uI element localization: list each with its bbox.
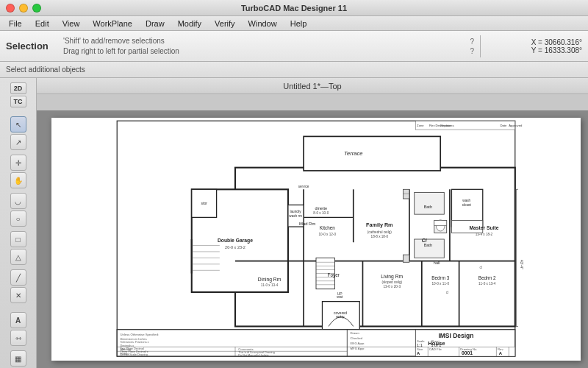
- menu-file[interactable]: File: [3, 17, 28, 30]
- secondary-toolbar: Select additional objects: [0, 62, 588, 78]
- svg-rect-10: [304, 136, 440, 171]
- svg-text:Rev: Rev: [429, 124, 435, 127]
- mode-buttons: 2D TC: [0, 81, 36, 109]
- menu-help[interactable]: Help: [284, 17, 313, 30]
- dimension-tool[interactable]: ⇿: [10, 330, 26, 346]
- svg-text:Material: Material: [120, 347, 131, 351]
- svg-rect-45: [434, 221, 447, 226]
- svg-text:11-0 x 13-4: 11-0 x 13-4: [261, 283, 279, 287]
- svg-text:Mud Rm: Mud Rm: [299, 222, 315, 226]
- menu-verify[interactable]: Verify: [209, 17, 241, 30]
- svg-text:11-0 x 13-4: 11-0 x 13-4: [478, 282, 496, 286]
- floor-plan-svg: Revisions Zone Rev Description Date Appr…: [51, 118, 581, 361]
- svg-text:Family Rm: Family Rm: [366, 222, 392, 228]
- svg-text:20-0 x 23-2: 20-0 x 23-2: [225, 245, 245, 250]
- svg-text:A: A: [417, 351, 420, 355]
- svg-text:0001: 0001: [462, 350, 473, 355]
- key-hint-2: ?: [470, 47, 474, 55]
- key-hint-1: ?: [470, 38, 474, 46]
- text-tool[interactable]: A: [10, 312, 26, 328]
- svg-text:10-0 x 12-0: 10-0 x 12-0: [318, 233, 336, 236]
- coord-y: Y = 16333.308°: [487, 46, 582, 54]
- svg-text:Foyer: Foyer: [328, 272, 340, 278]
- main-toolbar: Selection 'Shift' to add/remove selectio…: [0, 31, 588, 62]
- menu-bar: File Edit View WorkPlane Draw Modify Ver…: [0, 16, 588, 31]
- svg-text:vest: vest: [337, 295, 343, 299]
- window-controls[interactable]: [6, 4, 41, 13]
- svg-text:Drawn: Drawn: [351, 331, 360, 335]
- svg-text:1:1: 1:1: [417, 343, 423, 347]
- 2d-mode-button[interactable]: 2D: [10, 82, 26, 94]
- select-plus-tool[interactable]: ↗: [10, 134, 26, 150]
- poly-tool[interactable]: △: [10, 249, 26, 265]
- svg-text:18-8 x 18-0: 18-8 x 18-0: [371, 235, 389, 238]
- menu-view[interactable]: View: [57, 17, 86, 30]
- menu-window[interactable]: Window: [243, 17, 283, 30]
- svg-text:Bath: Bath: [424, 243, 432, 247]
- svg-rect-42: [415, 193, 445, 215]
- svg-text:43'-4": 43'-4": [520, 260, 524, 269]
- svg-text:10-0 x 11-0: 10-0 x 11-0: [431, 282, 449, 286]
- drawing-paper: Revisions Zone Rev Description Date Appr…: [51, 118, 581, 361]
- svg-text:Checked: Checked: [351, 336, 363, 340]
- minimize-button[interactable]: [19, 4, 28, 13]
- svg-text:13-0 x 20-3: 13-0 x 20-3: [383, 285, 401, 289]
- svg-text:service: service: [298, 185, 309, 188]
- svg-text:Bath: Bath: [424, 205, 432, 209]
- svg-text:Bedrm 3: Bedrm 3: [431, 275, 449, 280]
- svg-rect-53: [403, 255, 409, 262]
- svg-text:wash rm: wash rm: [289, 214, 302, 218]
- selection-tools: ↖ ↗: [0, 115, 36, 152]
- svg-text:Master Suite: Master Suite: [469, 225, 498, 230]
- svg-text:entry: entry: [336, 314, 345, 319]
- text-tools: A ⇿: [0, 311, 36, 347]
- svg-text:ENG Appr.: ENG Appr.: [351, 342, 365, 345]
- maximize-button[interactable]: [32, 4, 41, 13]
- select-tool[interactable]: ↖: [10, 116, 26, 132]
- hatch-tool[interactable]: ▦: [10, 350, 26, 367]
- tool-selection-label: Selection: [6, 40, 57, 52]
- coord-x: X = 30660.316°: [487, 38, 582, 46]
- svg-text:Living Rm: Living Rm: [381, 274, 403, 280]
- title-bar: TurboCAD Mac Designer 11: [0, 0, 588, 16]
- draw-tools-2: ◡ ○: [0, 191, 36, 228]
- tc-mode-button[interactable]: TC: [10, 96, 26, 107]
- tab-bar: Untitled 1*—Top: [37, 78, 588, 94]
- menu-draw[interactable]: Draw: [140, 17, 171, 30]
- svg-text:Do Not Manually Update: Do Not Manually Update: [238, 354, 268, 357]
- circle-tool[interactable]: ○: [10, 210, 26, 227]
- close-button[interactable]: [6, 4, 15, 13]
- cross-tool[interactable]: ✕: [10, 287, 26, 303]
- svg-text:Comments: Comments: [238, 347, 253, 351]
- select-additional-label: Select additional objects: [6, 66, 85, 74]
- svg-text:Ci: Ci: [422, 238, 427, 243]
- svg-text:A: A: [499, 351, 503, 355]
- svg-text:Finish: Finish: [120, 352, 129, 355]
- svg-text:(sloped ceilg): (sloped ceilg): [381, 280, 402, 284]
- svg-rect-46: [415, 239, 445, 258]
- svg-text:laundry: laundry: [290, 210, 301, 213]
- left-toolbar: 2D TC ↖ ↗ ✛ ✋ ◡ ○ □ △ ╱ ✕ A ⇿ ▦: [0, 78, 37, 368]
- app-title: TurboCAD Mac Designer 11: [241, 4, 347, 13]
- menu-modify[interactable]: Modify: [172, 17, 207, 30]
- menu-edit[interactable]: Edit: [29, 17, 55, 30]
- svg-text:Approved: Approved: [509, 124, 523, 127]
- svg-text:cl: cl: [446, 291, 448, 294]
- toolbar-divider: [480, 35, 481, 57]
- rect-tool[interactable]: □: [10, 231, 26, 247]
- svg-text:stor: stor: [201, 201, 207, 205]
- hatch-tools: ▦ ▥: [0, 349, 36, 368]
- svg-text:closet: closet: [462, 203, 472, 207]
- hand-drag-tool[interactable]: ✋: [10, 172, 26, 188]
- canvas-area[interactable]: Revisions Zone Rev Description Date Appr…: [37, 110, 588, 368]
- svg-text:Terrace: Terrace: [344, 150, 363, 157]
- line-tool[interactable]: ╱: [10, 269, 26, 286]
- svg-rect-51: [403, 189, 409, 199]
- svg-text:Dining Rm: Dining Rm: [258, 277, 282, 283]
- tab-title: Untitled 1*—Top: [43, 82, 582, 91]
- svg-text:IMSI Design: IMSI Design: [438, 332, 473, 339]
- move-tool[interactable]: ✛: [10, 155, 26, 171]
- menu-workplane[interactable]: WorkPlane: [87, 17, 138, 30]
- svg-text:dinette: dinette: [315, 206, 328, 210]
- arc-tool[interactable]: ◡: [10, 193, 26, 209]
